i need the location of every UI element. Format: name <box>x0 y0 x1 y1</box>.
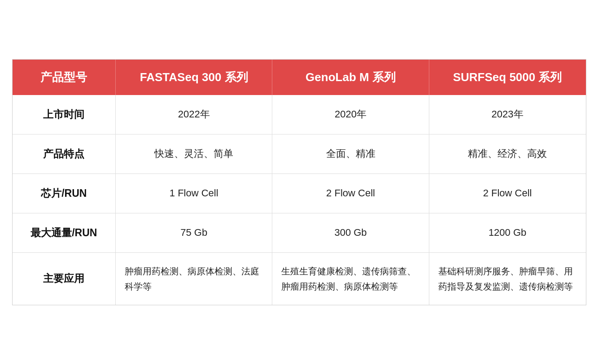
fastaseq-flow-cell: 1 Flow Cell <box>116 173 272 213</box>
fastaseq-applications: 肿瘤用药检测、病原体检测、法庭科学等 <box>116 252 272 305</box>
header-genolab: GenoLab M 系列 <box>272 60 429 95</box>
table-row: 产品特点 快速、灵活、简单 全面、精准 精准、经济、高效 <box>13 134 586 173</box>
genolab-features: 全面、精准 <box>272 134 429 173</box>
fastaseq-throughput: 75 Gb <box>116 213 272 252</box>
genolab-throughput: 300 Gb <box>272 213 429 252</box>
label-flow-cell: 芯片/RUN <box>13 173 116 213</box>
table-row: 芯片/RUN 1 Flow Cell 2 Flow Cell 2 Flow Ce… <box>13 173 586 213</box>
fastaseq-launch-date: 2022年 <box>116 95 272 134</box>
genolab-launch-date: 2020年 <box>272 95 429 134</box>
label-main-applications: 主要应用 <box>13 252 116 305</box>
surfseq-launch-date: 2023年 <box>429 95 585 134</box>
table-row: 最大通量/RUN 75 Gb 300 Gb 1200 Gb <box>13 213 586 252</box>
comparison-table: 产品型号 FASTASeq 300 系列 GenoLab M 系列 SURFSe… <box>12 59 586 305</box>
label-launch-date: 上市时间 <box>13 95 116 134</box>
fastaseq-features: 快速、灵活、简单 <box>116 134 272 173</box>
surfseq-flow-cell: 2 Flow Cell <box>429 173 585 213</box>
surfseq-throughput: 1200 Gb <box>429 213 585 252</box>
surfseq-features: 精准、经济、高效 <box>429 134 585 173</box>
genolab-applications: 生殖生育健康检测、遗传病筛查、肿瘤用药检测、病原体检测等 <box>272 252 429 305</box>
header-product-model: 产品型号 <box>13 60 116 95</box>
table-row: 主要应用 肿瘤用药检测、病原体检测、法庭科学等 生殖生育健康检测、遗传病筛查、肿… <box>13 252 586 305</box>
genolab-flow-cell: 2 Flow Cell <box>272 173 429 213</box>
label-features: 产品特点 <box>13 134 116 173</box>
header-fastaseq: FASTASeq 300 系列 <box>116 60 272 95</box>
table-row: 上市时间 2022年 2020年 2023年 <box>13 95 586 134</box>
header-surfseq: SURFSeq 5000 系列 <box>429 60 585 95</box>
label-max-throughput: 最大通量/RUN <box>13 213 116 252</box>
surfseq-applications: 基础科研测序服务、肿瘤早筛、用药指导及复发监测、遗传病检测等 <box>429 252 585 305</box>
